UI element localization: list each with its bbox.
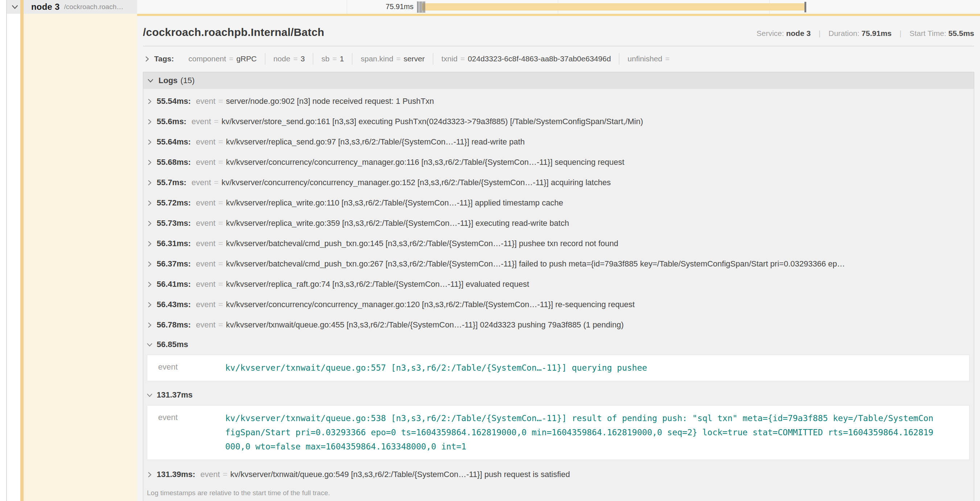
log-row[interactable]: 56.41ms:event=kv/kvserver/replica_raft.g…	[143, 274, 974, 294]
span-detail-meta: Service: node 3 | Duration: 75.91ms | St…	[757, 29, 974, 38]
span-detail-title: /cockroach.roachpb.Internal/Batch	[143, 26, 324, 38]
log-message: kv/kvserver/store_send.go:161 [n3,s3] ex…	[222, 117, 643, 126]
log-row[interactable]: 56.78ms:event=kv/kvserver/txnwait/queue.…	[143, 315, 974, 335]
log-field-key: event	[196, 279, 215, 289]
chevron-down-icon	[147, 77, 154, 84]
log-message: kv/kvserver/txnwait/queue.go:455 [n3,s3,…	[226, 320, 624, 330]
log-kv-row: eventkv/kvserver/txnwait/queue.go:557 [n…	[147, 361, 969, 375]
log-row[interactable]: 55.7ms:event=kv/kvserver/concurrency/con…	[143, 172, 974, 193]
log-row[interactable]: 55.68ms:event=kv/kvserver/concurrency/co…	[143, 152, 974, 172]
log-field-equals: =	[218, 219, 223, 228]
tag-item: txnid=024d3323-6c8f-4863-aa8b-37ab0e6349…	[433, 53, 619, 65]
log-row-expanded-header[interactable]: 56.85ms	[143, 335, 974, 353]
span-color-bar	[20, 0, 24, 501]
log-kv-value: kv/kvserver/txnwait/queue.go:557 [n3,s3,…	[225, 361, 934, 375]
log-field-key: event	[196, 97, 215, 106]
chevron-down-icon	[146, 341, 153, 348]
log-row[interactable]: 55.72ms:event=kv/kvserver/replica_write.…	[143, 193, 974, 213]
header-divider	[143, 46, 974, 46]
tag-item: sb=1	[313, 53, 352, 65]
tag-equals: =	[460, 54, 465, 63]
tags-label: Tags:	[154, 54, 174, 63]
log-timestamp: 131.39ms:	[157, 470, 195, 479]
log-row[interactable]: 56.37ms:event=kv/kvserver/batcheval/cmd_…	[143, 254, 974, 274]
log-timestamp: 56.43ms:	[157, 300, 191, 309]
log-message: kv/kvserver/concurrency/concurrency_mana…	[222, 178, 611, 187]
log-timestamp: 55.7ms:	[157, 178, 186, 187]
log-field-equals: =	[218, 300, 223, 309]
tags-accordion[interactable]: Tags: component=gRPCnode=3sb=1span.kind=…	[143, 53, 974, 65]
log-field-key: event	[196, 320, 215, 330]
log-kv-row: eventkv/kvserver/txnwait/queue.go:538 [n…	[147, 411, 969, 454]
span-bar-end-marker	[805, 2, 806, 12]
log-message: kv/kvserver/batcheval/cmd_push_txn.go:26…	[226, 259, 845, 269]
chevron-right-icon	[146, 199, 153, 207]
log-row[interactable]: 55.6ms:event=kv/kvserver/store_send.go:1…	[143, 112, 974, 132]
log-message: kv/kvserver/batcheval/cmd_push_txn.go:14…	[226, 239, 618, 248]
log-timestamp: 55.73ms:	[157, 219, 191, 228]
log-timestamp: 56.41ms:	[157, 279, 191, 289]
log-field-equals: =	[223, 470, 228, 479]
column-resizer[interactable]	[6, 0, 7, 501]
tag-key: node	[274, 54, 291, 63]
log-field-key: event	[196, 300, 215, 309]
log-field-key: event	[196, 137, 215, 147]
service-label: Service:	[757, 29, 784, 37]
chevron-right-icon	[146, 139, 153, 145]
log-field-key: event	[191, 117, 211, 126]
tag-key: component	[188, 54, 226, 63]
tag-equals: =	[293, 54, 298, 63]
tags-list: component=gRPCnode=3sb=1span.kind=server…	[180, 53, 681, 65]
log-field-key: event	[196, 259, 215, 269]
logs-accordion-header[interactable]: Logs (15)	[143, 72, 974, 89]
log-timestamp: 56.85ms	[157, 340, 188, 349]
log-marker-tick	[422, 2, 422, 13]
tag-value: 024d3323-6c8f-4863-aa8b-37ab0e63496d	[468, 54, 611, 63]
log-marker-tick	[423, 2, 424, 13]
start-time-value: 55.5ms	[948, 29, 974, 37]
log-timestamp: 55.54ms:	[157, 97, 191, 106]
log-row-expanded-header[interactable]: 131.37ms	[143, 386, 974, 404]
span-service-name: node 3	[31, 2, 60, 12]
log-kv-key: event	[147, 361, 225, 375]
tag-key: span.kind	[361, 54, 393, 63]
chevron-right-icon	[146, 471, 153, 478]
log-message: kv/kvserver/concurrency/concurrency_mana…	[226, 158, 625, 167]
tag-equals: =	[332, 54, 337, 63]
log-row[interactable]: 56.31ms:event=kv/kvserver/batcheval/cmd_…	[143, 233, 974, 254]
log-field-key: event	[200, 470, 220, 479]
tag-item: span.kind=server	[352, 53, 433, 65]
log-field-key: event	[191, 178, 211, 187]
span-detail-panel: /cockroach.roachpb.Internal/Batch Servic…	[137, 16, 980, 501]
log-row[interactable]: 56.43ms:event=kv/kvserver/concurrency/co…	[143, 294, 974, 315]
log-field-equals: =	[214, 178, 219, 187]
log-timestamp: 131.37ms	[157, 390, 192, 400]
log-message: kv/kvserver/replica_raft.go:74 [n3,s3,r6…	[226, 279, 529, 289]
log-timestamp: 56.31ms:	[157, 239, 191, 248]
log-field-key: event	[196, 158, 215, 167]
log-row[interactable]: 131.39ms:event=kv/kvserver/txnwait/queue…	[143, 464, 974, 485]
tag-value: 1	[340, 54, 344, 63]
log-row[interactable]: 55.73ms:event=kv/kvserver/replica_write.…	[143, 213, 974, 233]
log-timestamp: 55.72ms:	[157, 198, 191, 207]
log-row[interactable]: 55.54ms:event=server/node.go:902 [n3] no…	[143, 91, 974, 112]
log-kv-value: kv/kvserver/txnwait/queue.go:538 [n3,s3,…	[225, 411, 934, 454]
chevron-down-icon	[146, 392, 153, 399]
span-row-name[interactable]: node 3 /cockroach.roach…	[7, 0, 137, 14]
span-operation-name: /cockroach.roach…	[64, 3, 124, 11]
logs-footer-note: Log timestamps are relative to the start…	[143, 485, 974, 501]
log-timestamp: 55.64ms:	[157, 137, 191, 147]
span-duration-bar[interactable]	[422, 3, 805, 11]
log-timestamp: 56.37ms:	[157, 259, 191, 269]
tag-item: component=gRPC	[180, 53, 264, 65]
log-row-expanded: 56.85mseventkv/kvserver/txnwait/queue.go…	[143, 335, 974, 381]
meta-separator: |	[819, 29, 821, 38]
logs-accordion: Logs (15) 55.54ms:event=server/node.go:9…	[143, 72, 974, 501]
log-row[interactable]: 55.64ms:event=kv/kvserver/replica_send.g…	[143, 132, 974, 152]
chevron-right-icon	[146, 179, 153, 186]
logs-count: (15)	[181, 76, 195, 85]
tag-equals: =	[665, 54, 670, 63]
log-field-key: event	[196, 219, 215, 228]
span-row-timeline[interactable]: 75.91ms	[137, 0, 980, 14]
tag-value: gRPC	[237, 54, 257, 63]
